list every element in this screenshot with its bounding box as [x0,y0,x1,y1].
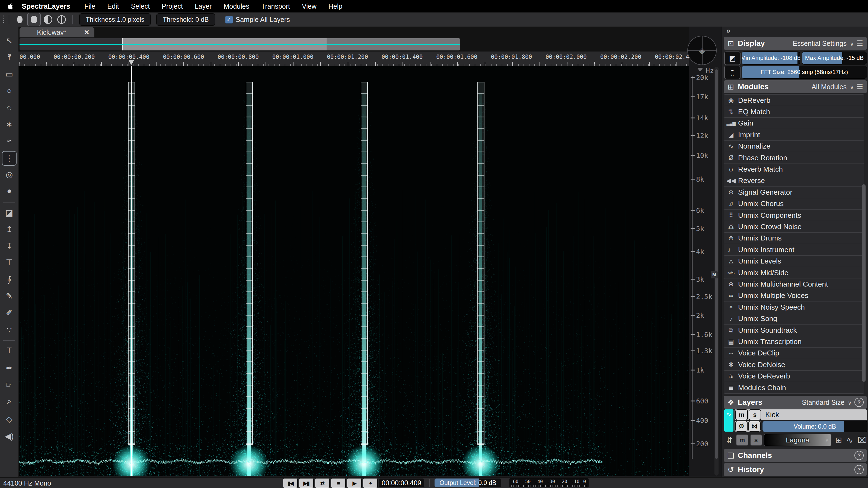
module-item-unmix-instrument[interactable]: ♩Unmix Instrument [724,244,864,256]
vertical-scrollbar[interactable]: M [714,67,718,476]
time-display[interactable]: 00:00:00.409 [379,479,424,487]
module-item-unmix-soundtrack[interactable]: ⧉Unmix Soundtrack [724,324,864,336]
menu-item-transport[interactable]: Transport [255,2,296,10]
menu-item-edit[interactable]: Edit [101,2,125,10]
hand-tool[interactable]: ☞ [0,377,19,392]
module-item-reverb-match[interactable]: (|)Reverb Match [724,163,864,175]
move-tool[interactable]: ↖ [0,33,19,48]
display-preset-dropdown[interactable]: Essential Settings [793,40,846,47]
module-item-dereverb[interactable]: ◉DeReverb [724,94,864,106]
timeline-ruler[interactable]: 00.00000:00:00.20000:00:00.40000:00:00.6… [19,52,689,67]
selection-transform-tool[interactable]: ◌ [0,100,19,116]
menu-item-project[interactable]: Project [156,2,189,10]
history-panel-header[interactable]: ↺ History ? [724,463,867,476]
min-amplitude-slider[interactable]: Min Amplitude: -108 dB [742,52,800,65]
picker-tool[interactable]: ✒ [0,360,19,376]
module-item-imprint[interactable]: ◢Imprint [724,129,864,141]
module-item-unmix-levels[interactable]: △Unmix Levels [724,255,864,267]
selection-strip[interactable] [477,82,485,445]
spray-tool[interactable]: ∵ [0,323,19,338]
brush-shape-split-icon[interactable] [55,13,68,26]
new-group-icon[interactable]: ⊞ [835,435,842,445]
module-item-unmix-crowd-noise[interactable]: ⁂Unmix Crowd Noise [724,221,864,233]
tab-close-icon[interactable]: ✕ [84,29,90,36]
layers-help-icon[interactable]: ? [855,398,864,407]
module-item-voice-denoise[interactable]: ✱Voice DeNoise [724,359,864,370]
brush-shape-half-icon[interactable] [42,13,54,26]
apple-logo-icon[interactable] [8,3,13,10]
module-item-unmix-song[interactable]: ♪Unmix Song [724,313,864,325]
contrast-icon[interactable]: ◩ [724,52,741,65]
fft-size-slider[interactable]: FFT Size: 2560 smp (58ms/17Hz) [742,66,867,78]
module-item-unmix-noisy-speech[interactable]: ✧Unmix Noisy Speech [724,301,864,313]
module-item-unmix-multiple-voices[interactable]: ∞Unmix Multiple Voices [724,290,864,302]
navigation-orb[interactable]: ◈ [687,36,717,65]
attenuate-tool[interactable]: ↧ [0,238,19,253]
vertical-scrollbar-thumb[interactable] [715,69,718,459]
layer-mute-button[interactable]: m [735,410,748,420]
master-solo-button[interactable]: s [750,434,762,446]
skip-to-start-button[interactable]: ▮◀ [283,478,298,488]
play-button[interactable]: ▶ [347,478,362,488]
layers-panel-header[interactable]: ❖ Layers Standard Size ∨ ? [724,396,867,409]
lasso-selection-tool[interactable]: ○ [0,83,19,98]
display-panel-header[interactable]: ⊡ Display Essential Settings ∨ ☰ [724,37,867,50]
rectangle-selection-tool[interactable]: ▭ [0,66,19,82]
spectrogram-view[interactable] [19,66,689,476]
stop-button[interactable]: ■ [331,478,346,488]
layer-phase-button[interactable]: Ø [735,421,748,432]
view-3d-tool[interactable]: ◇ [0,411,19,426]
module-item-phase-rotation[interactable]: ØPhase Rotation [724,152,864,164]
history-help-icon[interactable]: ? [855,465,864,474]
merge-layers-icon[interactable]: ⇵ [724,436,734,445]
sample-all-layers-checkbox[interactable]: ✓ [225,16,233,24]
audition-tool[interactable]: ◀) [0,428,19,444]
menu-item-view[interactable]: View [296,2,322,10]
menu-item-help[interactable]: Help [322,2,348,10]
layer-row[interactable]: m s Kick [735,410,867,420]
selection-strip[interactable] [361,82,368,445]
magic-wand-tool[interactable]: ✶ [0,117,19,132]
master-mute-button[interactable]: m [736,434,748,446]
amplify-tool[interactable]: ↥ [0,222,19,237]
module-item-voice-dereverb[interactable]: ≋Voice DeReverb [724,370,864,382]
display-menu-icon[interactable]: ☰ [857,39,863,48]
waveform-overview-bar[interactable] [20,38,460,51]
modules-panel-header[interactable]: ⊞ Modules All Modules ∨ ☰ [724,80,867,93]
brush-shape-ellipse-icon[interactable] [13,13,26,26]
layer-solo-button[interactable]: s [749,410,761,420]
output-level-slider[interactable]: Output Level: 0.0 dB [435,479,501,487]
playhead-marker[interactable] [128,60,134,65]
tab-kick-wav[interactable]: Kick.wav* ✕ [20,27,94,37]
layers-size-dropdown[interactable]: Standard Size [802,398,844,406]
record-button[interactable]: ● [363,478,378,488]
thickness-button[interactable]: Thickness:1.0 pixels [79,13,151,26]
modules-filter-dropdown[interactable]: All Modules [812,83,846,91]
module-item-unmix-drums[interactable]: ⊜Unmix Drums [724,232,864,244]
channels-panel-header[interactable]: ❏ Channels ? [724,449,867,462]
toolbar-drag-handle[interactable] [3,15,5,24]
threshold-button[interactable]: Threshold: 0 dB [156,13,215,26]
spectrogram-canvas[interactable] [19,66,689,476]
module-item-normalize[interactable]: ∿Normalize [724,140,864,152]
menu-item-file[interactable]: File [79,2,101,10]
module-item-eq-match[interactable]: ⇅EQ Match [724,106,864,118]
clone-stamp-tool[interactable]: ⊤ [0,255,19,270]
menu-item-select[interactable]: Select [125,2,156,10]
module-item-reverse[interactable]: ◀◀Reverse [724,175,864,187]
skip-to-end-button[interactable]: ▶▮ [299,478,314,488]
trash-icon[interactable]: ⌧ [858,435,867,445]
module-item-voice-declip[interactable]: ⌣Voice DeClip [724,347,864,359]
layer-link-button[interactable]: ⋈ [748,421,761,432]
module-item-unmix-mid-side[interactable]: M/SUnmix Mid/Side [724,267,864,279]
module-item-unmix-multichannel-content[interactable]: ⊕Unmix Multichannel Content [724,278,864,290]
draw-tool[interactable]: ✎ [0,289,19,304]
module-item-modules-chain[interactable]: ≣Modules Chain [724,382,864,394]
panel-expand-icon[interactable]: » [726,27,730,35]
ellipse-selection-tool[interactable]: ● [0,183,19,198]
layer-name[interactable]: Kick [765,411,779,419]
layer-color-swatch[interactable]: ∿ [724,410,734,432]
time-selection-tool[interactable]: I [0,50,19,65]
module-item-gain[interactable]: ▂▄▆Gain [724,118,864,129]
max-amplitude-slider[interactable]: Max Amplitude: -15 dB [802,52,867,65]
